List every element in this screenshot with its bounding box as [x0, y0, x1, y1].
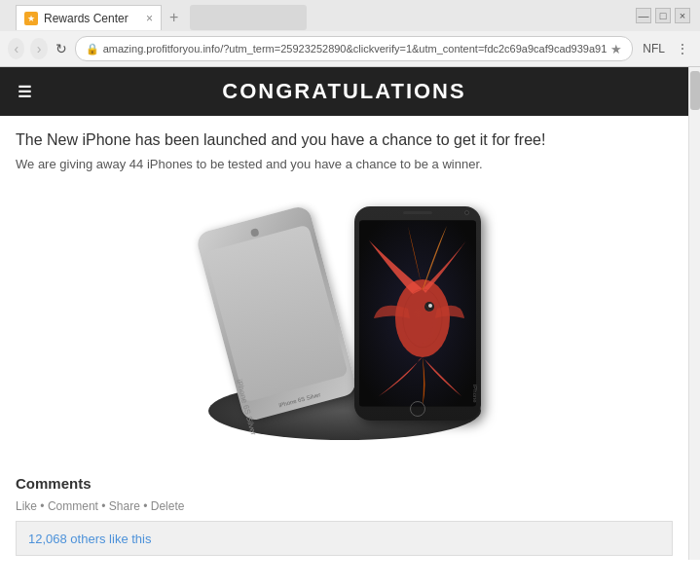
tab-placeholder	[190, 5, 307, 30]
sep1: •	[40, 499, 48, 513]
window-close-btn[interactable]: ×	[675, 8, 690, 23]
iphone-image-container: iPhone 6S Silver	[16, 187, 673, 440]
like-link[interactable]: Like	[16, 499, 37, 513]
title-bar: Rewards Center × + — □ ×	[0, 0, 700, 31]
likes-bar: 12,068 others like this	[16, 521, 673, 556]
url-text: amazing.profitforyou.info/?utm_term=2592…	[103, 43, 608, 55]
phone-screen	[359, 220, 476, 407]
minimize-btn[interactable]: —	[636, 8, 651, 23]
tab-close-btn[interactable]: ×	[146, 12, 153, 25]
forward-btn[interactable]: ›	[30, 38, 47, 59]
comment-link[interactable]: Comment	[48, 499, 98, 513]
hamburger-icon[interactable]: ☰	[12, 81, 39, 103]
tab-bar: Rewards Center × +	[8, 1, 692, 30]
security-lock-icon: 🔒	[86, 43, 99, 55]
subtext: We are giving away 44 iPhones to be test…	[16, 157, 673, 171]
url-bar[interactable]: 🔒 amazing.profitforyou.info/?utm_term=25…	[75, 36, 634, 61]
toolbar-extra: NFL ⋮	[639, 40, 692, 57]
menu-btn[interactable]: ⋮	[673, 40, 692, 57]
browser-chrome: Rewards Center × + — □ × ‹ › ↻ 🔒 amazing…	[0, 0, 700, 67]
refresh-btn[interactable]: ↻	[54, 39, 69, 58]
maximize-btn[interactable]: □	[655, 8, 671, 23]
new-tab-btn[interactable]: +	[162, 5, 186, 30]
address-bar: ‹ › ↻ 🔒 amazing.profitforyou.info/?utm_t…	[0, 31, 700, 66]
banner-title: CONGRATULATIONS	[222, 79, 465, 104]
congrats-banner: ☰ CONGRATULATIONS	[0, 67, 688, 116]
window-controls: — □ ×	[636, 8, 690, 23]
scrollbar[interactable]	[688, 67, 700, 560]
phone-back: iPhone 6S Silver	[195, 204, 358, 423]
browser-tab[interactable]: Rewards Center ×	[16, 5, 162, 30]
headline-text: The New iPhone has been launched and you…	[16, 131, 673, 149]
phone-front: iPhone	[354, 206, 481, 421]
back-btn[interactable]: ‹	[8, 38, 24, 59]
tab-label: Rewards Center	[44, 12, 129, 25]
likes-link[interactable]: 12,068 others like this	[28, 532, 151, 546]
action-links: Like • Comment • Share • Delete	[16, 499, 673, 513]
iphone-image: iPhone 6S Silver	[189, 187, 500, 440]
fish-wallpaper	[359, 220, 476, 407]
main-content: The New iPhone has been launched and you…	[0, 116, 688, 475]
comments-title: Comments	[16, 475, 673, 492]
page-wrapper: ☰ CONGRATULATIONS The New iPhone has bee…	[0, 67, 700, 560]
tab-favicon	[24, 12, 38, 25]
delete-link[interactable]: Delete	[151, 499, 185, 513]
scrollbar-thumb[interactable]	[690, 71, 700, 110]
page-content: ☰ CONGRATULATIONS The New iPhone has bee…	[0, 67, 688, 560]
home-button	[410, 401, 425, 417]
nfl-btn[interactable]: NFL	[639, 40, 669, 57]
sep2: •	[101, 499, 109, 513]
svg-point-3	[428, 304, 432, 308]
bookmark-star-icon[interactable]: ★	[610, 42, 622, 56]
share-link[interactable]: Share	[109, 499, 140, 513]
comments-section: Comments Like • Comment • Share • Delete…	[0, 475, 688, 560]
sep3: •	[143, 499, 151, 513]
